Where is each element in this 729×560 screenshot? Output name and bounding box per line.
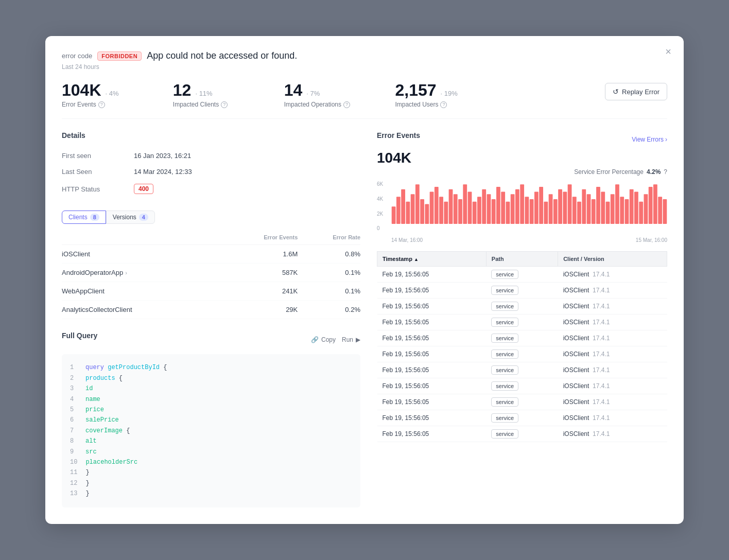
svg-rect-13 xyxy=(454,195,458,224)
svg-rect-49 xyxy=(625,199,629,224)
error-events-help-icon[interactable]: ? xyxy=(98,101,105,108)
service-tag: service xyxy=(491,286,518,295)
x-label-start: 14 Mar, 16:00 xyxy=(391,237,423,243)
tab-versions-label: Versions xyxy=(113,214,136,221)
svg-rect-7 xyxy=(425,204,429,224)
impacted-clients-value: 12 xyxy=(173,81,192,100)
main-content: Details First seen 16 Jan 2023, 16:21 La… xyxy=(62,131,667,507)
client-row: AnalyticsCollectorClient 29K 0.2% xyxy=(62,301,360,319)
stat-error-events: 104K · 4% Error Events ? xyxy=(62,81,173,108)
query-line: 11 } xyxy=(70,467,352,478)
event-timestamp: Feb 19, 15:56:05 xyxy=(377,299,487,314)
svg-rect-2 xyxy=(401,189,405,224)
event-row: Feb 19, 15:56:05 service iOSClient 17.4.… xyxy=(377,330,667,346)
impacted-operations-help-icon[interactable]: ? xyxy=(343,101,350,108)
svg-rect-55 xyxy=(653,185,657,224)
svg-rect-14 xyxy=(458,199,462,224)
full-query-title: Full Query xyxy=(62,331,97,340)
replay-error-button[interactable]: ↺ Replay Error xyxy=(605,83,667,100)
view-errors-link[interactable]: View Errors › xyxy=(632,136,667,143)
event-timestamp: Feb 19, 15:56:05 xyxy=(377,346,487,362)
event-row: Feb 19, 15:56:05 service iOSClient 17.4.… xyxy=(377,362,667,378)
event-timestamp: Feb 19, 15:56:05 xyxy=(377,283,487,299)
client-name-cell[interactable]: AnalyticsCollectorClient xyxy=(62,301,221,319)
client-error-events: 587K xyxy=(221,264,298,282)
line-number: 1 xyxy=(70,362,77,373)
service-tag: service xyxy=(491,270,518,279)
copy-label: Copy xyxy=(321,336,336,343)
events-table: Timestamp ▲ Path Client / Version Feb 19… xyxy=(377,251,667,442)
svg-rect-12 xyxy=(449,189,453,224)
query-block: 1query getProductById {2 products {3 id4… xyxy=(62,354,360,507)
client-error-rate: 0.2% xyxy=(298,301,360,319)
svg-rect-27 xyxy=(520,185,524,224)
run-icon: ▶ xyxy=(356,336,360,343)
line-code: placeholderSrc xyxy=(85,457,137,467)
client-name-cell[interactable]: iOSClient xyxy=(62,245,221,264)
col-error-rate[interactable]: Error Rate xyxy=(298,232,360,245)
clients-table: Error Events Error Rate iOSClient 1.6M 0… xyxy=(62,232,360,319)
svg-rect-11 xyxy=(444,202,448,224)
x-label-end: 15 Mar, 16:00 xyxy=(636,237,667,243)
impacted-users-help-icon[interactable]: ? xyxy=(440,101,447,108)
client-name-cell[interactable]: AndroidOperatorApp › xyxy=(62,264,221,282)
col-timestamp[interactable]: Timestamp ▲ xyxy=(377,252,487,267)
event-client-version: iOSClient 17.4.1 xyxy=(558,346,667,362)
col-path[interactable]: Path xyxy=(486,252,558,267)
svg-rect-36 xyxy=(563,192,567,224)
query-line: 4 name xyxy=(70,394,352,405)
chart-y-labels: 6K 4K 2K 0 xyxy=(377,182,383,233)
client-name-cell[interactable]: WebAppClient xyxy=(62,282,221,301)
query-line: 9 src xyxy=(70,447,352,457)
svg-rect-46 xyxy=(611,195,615,224)
close-button[interactable]: × xyxy=(665,46,671,57)
client-name-text: iOSClient xyxy=(62,250,90,258)
error-modal: × error code FORBIDDEN App could not be … xyxy=(45,36,684,523)
svg-rect-45 xyxy=(606,202,610,224)
svg-rect-39 xyxy=(577,202,581,224)
service-error-help-icon[interactable]: ? xyxy=(664,168,667,176)
impacted-clients-help-icon[interactable]: ? xyxy=(221,101,228,108)
svg-rect-17 xyxy=(473,202,477,224)
y-label-0: 0 xyxy=(377,226,383,231)
bar-chart-svg xyxy=(391,182,667,224)
svg-rect-48 xyxy=(620,197,624,224)
event-timestamp: Feb 19, 15:56:05 xyxy=(377,267,487,283)
error-events-chart: 6K 4K 2K 0 xyxy=(377,182,667,233)
error-events-value: 104K xyxy=(62,81,101,100)
event-timestamp: Feb 19, 15:56:05 xyxy=(377,378,487,394)
service-tag: service xyxy=(491,429,518,439)
tab-clients[interactable]: Clients 8 xyxy=(62,211,106,224)
client-error-rate: 0.1% xyxy=(298,282,360,301)
copy-query-button[interactable]: 🔗 Copy xyxy=(311,336,336,343)
event-client-version: iOSClient 17.4.1 xyxy=(558,426,667,442)
service-error-row: Service Error Percentage 4.2% ? xyxy=(377,168,667,176)
event-row: Feb 19, 15:56:05 service iOSClient 17.4.… xyxy=(377,346,667,362)
col-error-events[interactable]: Error Events xyxy=(221,232,298,245)
svg-rect-37 xyxy=(568,185,572,224)
run-label: Run xyxy=(342,336,353,343)
left-panel: Details First seen 16 Jan 2023, 16:21 La… xyxy=(62,131,360,507)
tab-versions[interactable]: Versions 4 xyxy=(106,211,155,224)
http-status-value: 400 xyxy=(134,180,360,198)
sort-arrow-icon: ▲ xyxy=(414,257,419,262)
details-row-first-seen: First seen 16 Jan 2023, 16:21 xyxy=(62,148,360,164)
svg-rect-52 xyxy=(639,202,643,224)
svg-rect-57 xyxy=(663,199,667,224)
col-client-version[interactable]: Client / Version xyxy=(558,252,667,267)
event-path: service xyxy=(486,314,558,330)
svg-rect-10 xyxy=(439,197,443,224)
event-path: service xyxy=(486,362,558,378)
stats-row: 104K · 4% Error Events ? 12 · 11% Impact… xyxy=(62,81,667,119)
svg-rect-43 xyxy=(596,187,600,224)
event-client-version: iOSClient 17.4.1 xyxy=(558,299,667,314)
line-number: 10 xyxy=(70,457,77,467)
line-code: name xyxy=(85,394,100,405)
svg-rect-26 xyxy=(515,189,519,224)
event-path: service xyxy=(486,378,558,394)
replay-icon: ↺ xyxy=(613,87,619,96)
svg-rect-42 xyxy=(592,199,596,224)
error-code-label: error code xyxy=(62,52,92,60)
first-seen-label: First seen xyxy=(62,148,134,164)
run-query-button[interactable]: Run ▶ xyxy=(342,336,360,343)
